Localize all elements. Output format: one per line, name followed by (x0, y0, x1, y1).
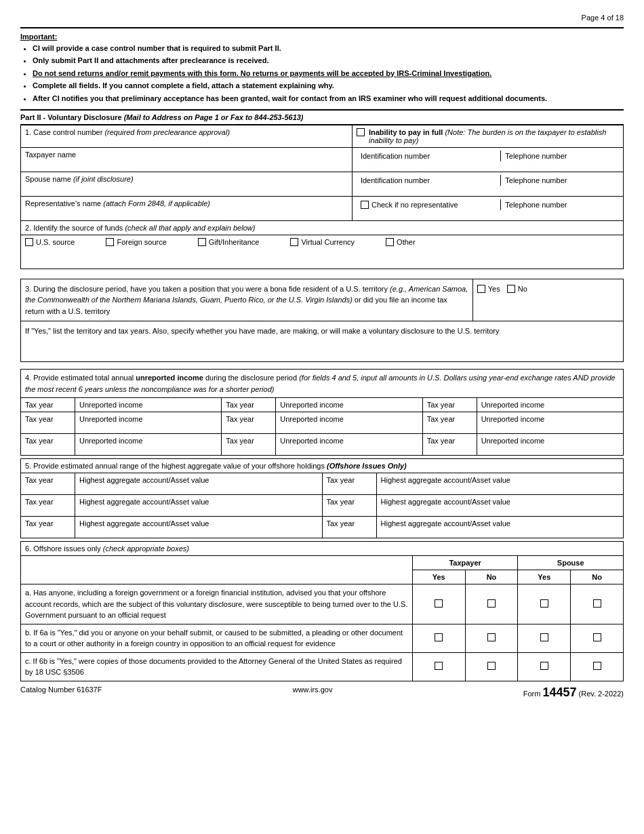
case-control-label-cell: 1. Case control number (required from pr… (21, 125, 353, 147)
other-label: Other (397, 238, 416, 246)
q5-agg1-r1: Highest aggregate account/Asset value (75, 473, 323, 495)
rep-phone-cell: Check if no representative Telephone num… (352, 196, 623, 220)
q3-yes-item: Yes (477, 285, 500, 293)
check-no-rep-cell: Check if no representative (357, 199, 501, 210)
q3-yes-no-container: Yes No (477, 283, 619, 293)
form-info: Form 14457 (Rev. 2-2022) (523, 686, 624, 700)
form-rev: (Rev. 2-2022) (579, 690, 624, 698)
foreign-source-item: Foreign source (106, 238, 166, 246)
q5-agg2-r2: Highest aggregate account/Asset value (376, 495, 624, 517)
q6b-sp-yes-checkbox[interactable] (540, 633, 548, 641)
q3-row: 3. During the disclosure period, have yo… (21, 279, 624, 321)
q6c-sp-yes-checkbox[interactable] (540, 662, 548, 670)
us-source-checkbox[interactable] (25, 238, 33, 246)
q6a-tp-no-checkbox[interactable] (487, 599, 496, 608)
q4-label: 4. Provide estimated total annual (25, 374, 134, 382)
q3-table: 3. During the disclosure period, have yo… (20, 279, 624, 363)
q4-ty1-r1: Tax year (21, 412, 75, 434)
q3-yes-checkbox[interactable] (477, 285, 485, 293)
virtual-currency-checkbox[interactable] (290, 238, 298, 246)
taxpayer-id-phone-cell: Identification number Telephone number (352, 147, 623, 172)
foreign-source-checkbox[interactable] (106, 238, 114, 246)
q6a-tp-no-cell (465, 584, 518, 624)
q6a-row: a. Has anyone, including a foreign gover… (21, 584, 624, 624)
q6b-text-cell: b. If 6a is "Yes," did you or anyone on … (21, 624, 413, 652)
q5-italic: (Offshore Issues Only) (327, 462, 407, 470)
spouse-telephone-label-cell: Telephone number (501, 175, 619, 186)
q4-suffix: during the disclosure period (205, 374, 297, 382)
q6-spouse-header: Spouse (518, 556, 624, 570)
q4-ui3-r1: Unreported income (477, 412, 623, 434)
taxpayer-row: Taxpayer name Identification number Tele… (21, 147, 624, 172)
q4-ui3-header: Unreported income (477, 398, 623, 412)
q4-ty2-r1: Tax year (222, 412, 276, 434)
q4-ui2-r1: Unreported income (276, 412, 422, 434)
q4-ty2-r2: Tax year (222, 434, 276, 456)
q6b-tp-yes-cell (412, 624, 465, 652)
q6c-tp-no-checkbox[interactable] (487, 662, 496, 670)
spouse-row: Spouse name (if joint disclosure) Identi… (21, 172, 624, 196)
part2-header: Part II - Voluntary Disclosure (Mail to … (20, 109, 624, 125)
q4-label-cell: 4. Provide estimated total annual unrepo… (21, 370, 624, 398)
check-no-rep-checkbox[interactable] (361, 201, 369, 209)
q6a-text: a. Has anyone, including a foreign gover… (25, 589, 407, 619)
q6c-sp-yes-cell (518, 652, 571, 681)
important-label: Important: (20, 33, 57, 41)
q6b-tp-no-cell (465, 624, 518, 652)
q3-label: 3. During the disclosure period, have yo… (25, 285, 388, 293)
q6-question-header (21, 556, 413, 584)
q6-label-row: 6. Offshore issues only (check appropria… (21, 542, 624, 556)
q6a-sp-yes-checkbox[interactable] (540, 599, 548, 608)
q6b-tp-yes-checkbox[interactable] (435, 633, 443, 641)
q6-label-cell: 6. Offshore issues only (check appropria… (21, 542, 624, 556)
bullet-1: CI will provide a case control number th… (33, 43, 624, 54)
inability-checkbox[interactable] (357, 128, 365, 136)
other-checkbox[interactable] (386, 238, 394, 246)
q6a-tp-yes-checkbox[interactable] (435, 599, 443, 608)
q2-italic: (check all that apply and explain below) (125, 224, 255, 232)
q6-italic: (check appropriate boxes) (103, 544, 189, 553)
q4-data-row-1: Tax year Unreported income Tax year Unre… (21, 412, 624, 434)
q5-label-row: 5. Provide estimated annual range of the… (21, 459, 624, 473)
q4-ty3-r1: Tax year (422, 412, 477, 434)
q4-ui1-r1: Unreported income (75, 412, 222, 434)
gift-checkbox[interactable] (198, 238, 206, 246)
q4-ui2-header: Unreported income (276, 398, 422, 412)
q6c-sp-no-checkbox[interactable] (593, 662, 601, 670)
q6b-tp-no-checkbox[interactable] (487, 633, 496, 641)
spouse-id-label-cell: Identification number (357, 175, 501, 186)
spouse-label-cell: Spouse name (if joint disclosure) (21, 172, 353, 196)
q3-if-yes-cell: If "Yes," list the territory and tax yea… (21, 321, 624, 362)
gift-item: Gift/Inheritance (198, 238, 260, 246)
sources-checkboxes: U.S. source Foreign source Gift/Inherita… (25, 238, 619, 246)
q3-if-yes-text: If "Yes," list the territory and tax yea… (25, 327, 499, 335)
form-number: 14457 (542, 686, 576, 699)
q1-italic: (required from preclearance approval) (104, 128, 230, 136)
q4-ui2-r2: Unreported income (276, 434, 422, 456)
q6a-sp-no-cell (571, 584, 624, 624)
q6b-sp-no-checkbox[interactable] (593, 633, 601, 641)
rep-name-label: Representative's name (25, 199, 101, 207)
q4-ty1-header: Tax year (21, 398, 75, 412)
q4-ty3-header: Tax year (422, 398, 477, 412)
q6c-tp-yes-checkbox[interactable] (435, 662, 443, 670)
q3-no-checkbox[interactable] (507, 285, 515, 293)
taxpayer-name-cell: Taxpayer name (21, 147, 353, 172)
q6a-sp-no-checkbox[interactable] (593, 599, 601, 608)
q4-header-row: Tax year Unreported income Tax year Unre… (21, 398, 624, 412)
q5-row-3: Tax year Highest aggregate account/Asset… (21, 517, 624, 538)
q4-table: 4. Provide estimated total annual unrepo… (20, 369, 624, 456)
q5-ty2-r3: Tax year (322, 517, 376, 538)
q6c-tp-yes-cell (412, 652, 465, 681)
q2-label: 2. Identify the source of funds (25, 224, 123, 232)
q5-ty1-r3: Tax year (21, 517, 75, 538)
q2-label-cell: 2. Identify the source of funds (check a… (21, 220, 624, 235)
q5-row-2: Tax year Highest aggregate account/Asset… (21, 495, 624, 517)
q6-taxpayer-yes-header: Yes (412, 570, 465, 584)
bullet-4: Complete all fields. If you cannot compl… (33, 81, 624, 91)
q6-spouse-no-header: No (571, 570, 624, 584)
q6-label: 6. Offshore issues only (25, 544, 101, 553)
q5-label: 5. Provide estimated annual range of the… (25, 462, 325, 470)
taxpayer-name-label: Taxpayer name (25, 151, 76, 159)
q6-col-header-row: Taxpayer Spouse (21, 556, 624, 570)
